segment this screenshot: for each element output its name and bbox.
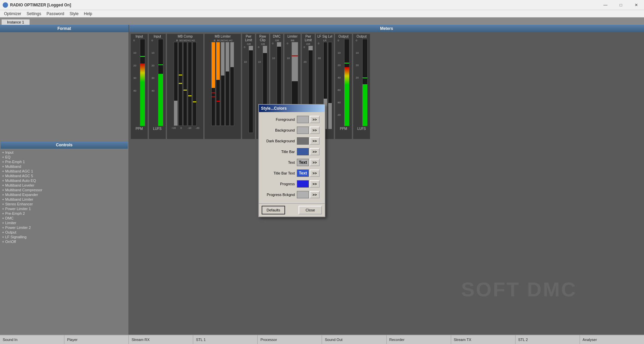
swatch-progress[interactable] (297, 180, 309, 188)
dialog-overlay: Style...Colors Foreground >> Background … (0, 0, 644, 344)
swatch-background[interactable] (297, 127, 309, 134)
color-row-text: Text Text >> (262, 158, 322, 167)
swatch-text[interactable]: Text (297, 159, 309, 166)
swatch-title-bar[interactable] (297, 148, 309, 155)
label-title-bar-text: Title Bar Text (262, 171, 297, 175)
swatch-progress-bckgnd[interactable] (297, 191, 309, 198)
defaults-button[interactable]: Defaults (262, 206, 285, 214)
dialog-buttons: Defaults Close (259, 203, 325, 216)
btn-progress-bckgnd[interactable]: >> (310, 191, 320, 198)
btn-progress[interactable]: >> (310, 180, 320, 188)
btn-title-bar-text[interactable]: >> (310, 169, 320, 177)
label-text: Text (262, 160, 297, 164)
swatch-dark-background[interactable] (297, 137, 309, 145)
label-foreground: Foreground (262, 117, 297, 121)
swatch-foreground[interactable] (297, 116, 309, 123)
dialog-title-bar[interactable]: Style...Colors (259, 105, 325, 112)
swatch-title-bar-text[interactable]: Text (297, 169, 309, 177)
color-row-background: Background >> (262, 126, 322, 135)
color-row-dark-background: Dark Background >> (262, 136, 322, 146)
btn-background[interactable]: >> (310, 127, 320, 134)
close-dialog-button[interactable]: Close (299, 206, 322, 214)
color-row-foreground: Foreground >> (262, 115, 322, 124)
color-row-progress: Progress >> (262, 179, 322, 189)
label-progress: Progress (262, 182, 297, 186)
btn-dark-background[interactable]: >> (310, 137, 320, 145)
dialog-content: Foreground >> Background >> Dark Backgro… (259, 112, 325, 203)
dialog-title: Style...Colors (261, 106, 287, 111)
color-row-title-bar-text: Title Bar Text Text >> (262, 168, 322, 178)
label-title-bar: Title Bar (262, 150, 297, 154)
btn-text[interactable]: >> (310, 159, 320, 166)
style-colors-dialog: Style...Colors Foreground >> Background … (258, 104, 325, 217)
label-dark-background: Dark Background (262, 139, 297, 143)
color-row-progress-bckgnd: Progress Bckgnd >> (262, 190, 322, 199)
btn-foreground[interactable]: >> (310, 116, 320, 123)
label-background: Background (262, 128, 297, 132)
color-row-title-bar: Title Bar >> (262, 147, 322, 156)
btn-title-bar[interactable]: >> (310, 148, 320, 155)
label-progress-bckgnd: Progress Bckgnd (262, 193, 297, 197)
